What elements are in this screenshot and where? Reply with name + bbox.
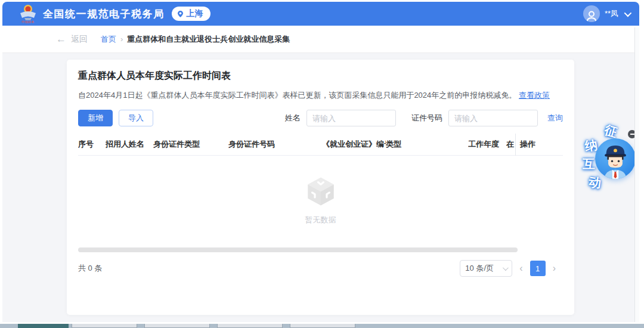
svg-text:中国税务: 中国税务	[21, 20, 35, 24]
user-menu[interactable]: **凤	[583, 5, 630, 22]
col-actions: 操作	[515, 134, 563, 156]
user-avatar[interactable]	[583, 5, 600, 22]
id-number-label: 证件号码	[411, 113, 442, 123]
col-seq: 序号	[78, 139, 106, 150]
empty-box-icon	[304, 174, 338, 209]
empty-text: 暂无数据	[305, 215, 336, 225]
breadcrumb-home[interactable]: 首页	[101, 34, 116, 45]
page-number-1[interactable]: 1	[530, 261, 546, 276]
page-title: 重点群体人员本年度实际工作时间表	[78, 70, 563, 82]
taskbar-item	[290, 324, 355, 328]
taskbar	[0, 324, 644, 328]
pagination: 10 条/页 ‹ 1 ›	[460, 260, 563, 277]
search-group: 姓名 证件号码 查询	[285, 110, 563, 126]
add-button[interactable]: 新增	[78, 110, 113, 126]
taskbar-accent	[18, 324, 69, 328]
page-content: 重点群体人员本年度实际工作时间表 自2024年4月1日起《重点群体人员本年度实际…	[2, 53, 639, 321]
table-empty-state: 暂无数据	[78, 156, 563, 244]
select-caret-icon	[503, 265, 509, 271]
location-selector[interactable]: 上海	[172, 7, 210, 21]
minus-icon	[630, 134, 634, 135]
back-button[interactable]: 返回	[71, 34, 88, 45]
col-id-number: 身份证件号码	[228, 139, 322, 150]
app-header: 中国税务 全国统一规范电子税务局 上海 **凤	[2, 2, 639, 26]
prev-page-button[interactable]: ‹	[512, 263, 530, 274]
page-size-value: 10 条/页	[465, 263, 494, 274]
notice-text: 自2024年4月1日起《重点群体人员本年度实际工作时间表》表样已更新，该页面采集…	[78, 90, 563, 101]
name-input[interactable]	[306, 110, 396, 126]
app-title: 全国统一规范电子税务局	[43, 7, 165, 21]
col-truncated: 在	[506, 139, 515, 150]
assistant-char-dong[interactable]: 动	[587, 174, 602, 192]
location-pin-icon	[177, 10, 184, 18]
tax-assistant-widget[interactable]: 征 纳 互 动	[577, 124, 638, 194]
total-count: 共 0 条	[78, 263, 102, 274]
person-icon	[585, 10, 598, 22]
col-id-type: 身份证件类型	[153, 139, 228, 150]
name-label: 姓名	[285, 113, 301, 123]
taskbar-item	[217, 324, 283, 328]
breadcrumb-separator: ›	[120, 35, 123, 44]
tax-bureau-logo-icon: 中国税务	[19, 4, 37, 23]
next-page-button[interactable]: ›	[546, 263, 563, 274]
page-size-select[interactable]: 10 条/页	[460, 260, 512, 277]
col-employee-name: 招用人姓名	[106, 139, 153, 150]
breadcrumb-current: 重点群体和自主就业退役士兵创业就业信息采集	[127, 34, 290, 45]
query-button[interactable]: 查询	[547, 113, 563, 123]
user-name: **凤	[605, 8, 618, 19]
screen: 中国税务 全国统一规范电子税务局 上海 **凤	[0, 0, 644, 328]
table-header-row: 序号 招用人姓名 身份证件类型 身份证件号码 《就业创业证》编号 类型 工作年度…	[78, 134, 563, 156]
breadcrumb: ← 返回 首页 › 重点群体和自主就业退役士兵创业就业信息采集	[2, 26, 639, 53]
col-cert-number: 《就业创业证》编号	[322, 139, 386, 150]
horizontal-scrollbar[interactable]	[78, 247, 518, 252]
table-footer: 共 0 条 10 条/页 ‹ 1 ›	[78, 260, 563, 277]
assistant-mascot[interactable]	[595, 138, 636, 179]
browser-page: 中国税务 全国统一规范电子税务局 上海 **凤	[2, 2, 639, 322]
col-type: 类型	[386, 139, 468, 150]
import-button[interactable]: 导入	[119, 110, 153, 126]
notice-body: 自2024年4月1日起《重点群体人员本年度实际工作时间表》表样已更新，该页面采集…	[78, 91, 516, 100]
chevron-down-icon	[624, 9, 632, 17]
back-arrow-icon[interactable]: ←	[56, 33, 66, 45]
main-card: 重点群体人员本年度实际工作时间表 自2024年4月1日起《重点群体人员本年度实际…	[67, 60, 574, 315]
id-number-input[interactable]	[448, 110, 538, 126]
page-scrollbar-track[interactable]	[634, 27, 639, 322]
assistant-char-hu[interactable]: 互	[583, 156, 595, 172]
taskbar-item	[72, 324, 137, 328]
location-label: 上海	[187, 8, 203, 19]
mascot-officer-icon	[595, 138, 636, 179]
view-policy-link[interactable]: 查看政策	[519, 91, 550, 100]
col-work-year: 工作年度	[468, 139, 506, 150]
toolbar: 新增 导入 姓名 证件号码 查询	[78, 110, 563, 126]
taskbar-item	[144, 324, 210, 328]
